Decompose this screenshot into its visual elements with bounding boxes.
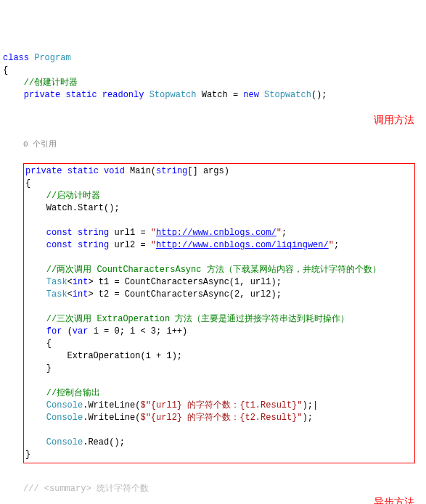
comment-timer: //创建计时器 (24, 78, 78, 88)
q1: " (151, 228, 156, 238)
decl-watch: Watch = (202, 90, 244, 100)
kw-string2: string (78, 240, 109, 250)
kw-static2: static (67, 166, 99, 176)
for-body: i = 0; i < 3; i++) (94, 326, 188, 336)
kw-class: class (3, 53, 29, 63)
kw-new: new (243, 90, 259, 100)
main-ob: { (25, 178, 30, 189)
code-block: class Program { //创建计时器 private static r… (3, 52, 423, 102)
type-console1: Console (25, 400, 83, 410)
wl2e: ); (303, 413, 313, 423)
decl-end: (); (311, 90, 327, 100)
read-rest: .Read(); (83, 437, 125, 447)
type-stopwatch2: Stopwatch (264, 90, 311, 100)
stmt-start: Watch.Start(); (25, 203, 120, 213)
type-task1: Task (25, 277, 67, 287)
url1-link[interactable]: http://www.cnblogs.com/ (156, 228, 277, 238)
wl2: .WriteLine( (83, 413, 140, 423)
kw-const2: const (25, 240, 73, 250)
comment-start: //启动计时器 (46, 191, 100, 201)
url2-decl: url2 = (114, 240, 150, 250)
kw-void: void (104, 166, 125, 176)
kw-private2: private (25, 166, 62, 176)
kw-for: for (25, 326, 62, 336)
comment-cc: //两次调用 CountCharactersAsync 方法（下载某网站内容，并… (25, 265, 381, 275)
str1: $"{url1} 的字符个数：{t1.Result}" (140, 400, 302, 410)
main-box: private static void Main(string[] args) … (23, 163, 415, 463)
kw-int2: int (73, 289, 89, 299)
for-op: ( (67, 326, 73, 336)
wl1e: ); (303, 400, 313, 410)
semi2: ; (334, 240, 339, 250)
url2-link[interactable]: http://www.cnblogs.com/liqingwen/ (156, 240, 329, 250)
text-cursor: | (313, 400, 318, 410)
q2: " (277, 228, 282, 238)
for-stmt: ExtraOperation(i + 1); (25, 351, 182, 361)
semi1: ; (282, 228, 287, 238)
for-ob: { (25, 339, 52, 349)
main-name: Main( (130, 166, 156, 176)
kw-readonly: readonly (102, 90, 144, 100)
kw-string: string (156, 166, 187, 176)
type-stopwatch: Stopwatch (149, 90, 197, 100)
url1-decl: url1 = (114, 228, 150, 238)
type-console2: Console (25, 413, 83, 423)
kw-const1: const (25, 228, 73, 238)
kw-int1: int (73, 277, 89, 287)
refcount-main: 0 个引用 (23, 139, 423, 151)
lt2: < (67, 289, 73, 299)
t1-rest: > t1 = CountCharactersAsync(1, url1); (88, 277, 281, 287)
comment-out: //控制台输出 (25, 388, 100, 398)
type-task2: Task (25, 289, 67, 299)
kw-string1: string (78, 228, 109, 238)
for-cb: } (25, 363, 52, 373)
lt1: < (67, 277, 73, 287)
summary-comment: /// <summary> 统计字符个数 (23, 483, 423, 495)
type-program: Program (34, 53, 70, 63)
main-args: [] args) (187, 166, 229, 176)
brace-open: { (3, 65, 8, 75)
kw-static: static (65, 90, 97, 100)
kw-var-for: var (73, 326, 89, 336)
type-console3: Console (25, 437, 83, 447)
q4: " (329, 240, 334, 250)
label-async: 异步方法 (3, 496, 423, 504)
wl1: .WriteLine( (83, 400, 140, 410)
str2: $"{url2} 的字符个数：{t2.Result}" (140, 413, 302, 423)
t2-rest: > t2 = CountCharactersAsync(2, url2); (88, 289, 281, 299)
main-cb: } (25, 450, 30, 460)
q3: " (151, 240, 156, 250)
kw-private: private (24, 90, 60, 100)
label-caller: 调用方法 (3, 114, 423, 126)
comment-ex: //三次调用 ExtraOperation 方法（主要是通过拼接字符串达到耗时操… (25, 314, 349, 324)
